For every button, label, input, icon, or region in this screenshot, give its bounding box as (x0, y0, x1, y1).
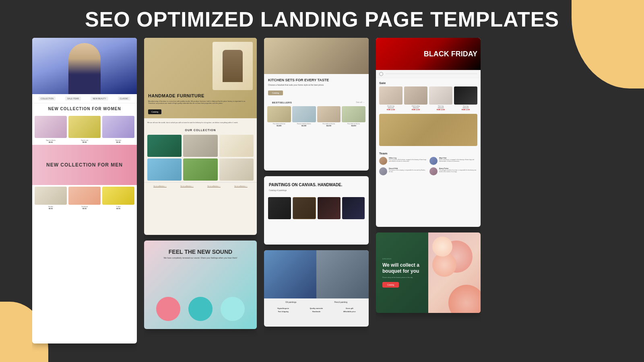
music-title: FEEL THE NEW SOUND (151, 249, 250, 255)
fashion-nav-collection[interactable]: COLLECTION (39, 97, 56, 101)
furniture-collection-grid (144, 133, 257, 182)
kitchen-catalog-btn[interactable]: Catalog (268, 90, 283, 95)
kitchen-product-2-price: $4,000 (292, 125, 316, 127)
kitchen-product-1-image (267, 106, 291, 122)
kitchen-product-3-price: $4,000 (317, 125, 341, 127)
kitchen-bestsellers-title: BESTSELLERS (268, 99, 296, 105)
fashion-nav-beauty[interactable]: NEW BEAUTY (91, 97, 108, 101)
kitchen-hero (264, 38, 369, 74)
fashion-product-1-price: $8.85 (35, 141, 67, 143)
fashion-nav-classic[interactable]: CLASSIC (118, 97, 130, 101)
fashion-product-3-price: $6.99 (102, 141, 134, 143)
music-template-card[interactable]: FEEL THE NEW SOUND We have completely re… (144, 241, 257, 329)
kitchen-title: KITCHEN SETS FOR EVERY TASTE (268, 78, 365, 82)
bf-avatar-1 (379, 157, 387, 165)
fashion-product-6-image (102, 187, 134, 205)
flower-label: GREENS (382, 258, 427, 260)
bf-team: Viktor Loy The co-founder of the boutiqu… (376, 157, 481, 179)
bf-product-1: Shoulder bag RUB 5,500 RUB 3,100 (379, 86, 402, 111)
landscape-oil-painting-image (264, 250, 316, 298)
bf-member-info-1: Viktor Loy The co-founder of the boutiqu… (389, 157, 427, 162)
blackfriday-template-card[interactable]: BLACK FRIDAY Sale Shoulder bag RUB 5,500… (376, 38, 481, 227)
fashion-product-2: Sports set $9.99 (68, 116, 101, 143)
bf-member-info-2: Akpé Kati Senior seamstress, is engaged … (439, 157, 477, 162)
flower-circle-3 (432, 237, 452, 257)
bf-team-member-1: Viktor Loy The co-founder of the boutiqu… (379, 157, 427, 165)
kitchen-products: Price deals not this low $4,000 Premium … (264, 106, 369, 130)
column-1-fashion: COLLECTION SALE ITEMS NEW BEAUTY CLASSIC… (32, 38, 137, 356)
landscape-feature-4: Fast shipping (267, 311, 299, 313)
art-painting-2 (293, 197, 316, 219)
bf-store-image (379, 114, 477, 146)
fashion-section1-title: NEW COLLECTION FOR WOMEN (32, 103, 137, 114)
bf-sale-title: Sale (376, 78, 481, 86)
landscape-feature-6: Affordable price (334, 311, 365, 313)
furniture-link-1[interactable]: Go to collection → (153, 185, 167, 187)
furniture-link-4[interactable]: Go to collection → (234, 185, 248, 187)
bf-product-3: Fabric bag RUB 5,500 RUB 3,100 (429, 86, 452, 111)
furniture-footer: Go to collection → Go to collection → Go… (144, 182, 257, 189)
landscape-feature-3: Green gift (334, 307, 365, 309)
flower-desc: Flower shop at the lowest prices in the … (382, 276, 427, 279)
landscape-label-2: Pencil painting (334, 301, 347, 303)
fashion-product-2-price: $9.99 (68, 141, 101, 143)
kitchen-product-4-price: $4,000 (342, 125, 365, 127)
art-paintings (264, 197, 369, 219)
fashion-nav: COLLECTION SALE ITEMS NEW BEAUTY CLASSIC (32, 94, 137, 103)
furniture-title: HANDMADE FURNITURE (148, 93, 253, 99)
bf-product-2-new-price: RUB 3,100 (404, 109, 427, 111)
bf-avatar-4 (429, 167, 438, 175)
art-painting-1 (268, 197, 291, 219)
flower-template-card[interactable]: GREENS We will collect a bouquet for you… (376, 232, 481, 313)
furniture-template-card[interactable]: HANDMADE FURNITURE Manufacturing of furn… (144, 38, 257, 235)
art-painting-3 (318, 197, 341, 219)
landscape-grid (264, 250, 369, 298)
landscape-features: Hypoallergenic Quality materials Green g… (267, 307, 365, 313)
column-3-kitchen-art: KITCHEN SETS FOR EVERY TASTE Choose a he… (264, 38, 369, 356)
landscape-feature-5: Handmade (300, 311, 332, 313)
bf-hero-text: BLACK FRIDAY (424, 50, 477, 58)
fashion-product-1: Sports shorts $8.85 (35, 116, 67, 143)
music-circle-pink (156, 297, 180, 321)
bf-product-2: Khaki handbag RUB 5,500 RUB 3,100 (404, 86, 427, 111)
bf-product-3-new-price: RUB 3,100 (429, 109, 452, 111)
bf-member-3-role: The director of the company, is responsi… (389, 169, 427, 173)
bf-team-member-2: Akpé Kati Senior seamstress, is engaged … (429, 157, 477, 165)
bf-team-member-3: Sinerd Hildr The director of the company… (379, 167, 427, 175)
kitchen-product-4: Price deals not this low $4,000 (342, 106, 365, 127)
furniture-item-lamp (147, 158, 182, 181)
fashion-product-5-price: $9.95 (68, 208, 101, 210)
music-circles (156, 297, 245, 321)
furniture-catalog-btn[interactable]: Catalog (148, 109, 161, 114)
fashion-product-6-price: $4.95 (102, 208, 134, 210)
landscape-template-card[interactable]: Oil paintings Pencil painting Hypoallerg… (264, 250, 369, 327)
fashion-product-4-image (35, 187, 67, 205)
flower-catalog-btn[interactable]: Catalog (382, 282, 399, 288)
bf-team-title: Team (376, 149, 481, 157)
fashion-product-4: Nudist $8.95 (35, 187, 67, 210)
landscape-feature-2: Quality materials (300, 307, 332, 309)
furniture-item-chair (183, 135, 217, 157)
furniture-item-plant (183, 158, 217, 181)
landscape-pencil-painting-image (316, 250, 369, 298)
furniture-link-2[interactable]: Go to collection → (180, 185, 194, 187)
fashion-product-3: Sweater $6.99 (102, 116, 134, 143)
music-desc: We have completely renewed our sound. Sh… (151, 257, 250, 259)
templates-grid: COLLECTION SALE ITEMS NEW BEAUTY CLASSIC… (0, 38, 644, 356)
bf-member-1-role: The co-founder of the boutique, engaged … (389, 159, 427, 162)
furniture-chair-image (213, 42, 253, 90)
fashion-products-row2: Nudist $8.95 Tracksuit $9.95 T-shirt $4.… (32, 185, 137, 212)
music-content: FEEL THE NEW SOUND We have completely re… (144, 241, 257, 267)
furniture-link-3[interactable]: Go to collection → (207, 185, 221, 187)
flower-content: GREENS We will collect a bouquet for you… (376, 232, 433, 313)
page-header: SEO OPTIMIZED LANDING PAGE TEMPLATES (0, 0, 644, 38)
fashion-nav-sale[interactable]: SALE ITEMS (65, 97, 81, 101)
furniture-body-text: We are all over the world, due to which … (144, 118, 257, 127)
art-template-card[interactable]: PAINTINGS ON CANVAS. HANDMADE. Catalog o… (264, 176, 369, 245)
kitchen-template-card[interactable]: KITCHEN SETS FOR EVERY TASTE Choose a he… (264, 38, 369, 171)
fashion-template-card[interactable]: COLLECTION SALE ITEMS NEW BEAUTY CLASSIC… (32, 38, 137, 343)
kitchen-product-3: Price deals not this low $4,000 (317, 106, 341, 127)
kitchen-product-3-image (317, 106, 341, 122)
page-title: SEO OPTIMIZED LANDING PAGE TEMPLATES (0, 7, 644, 31)
kitchen-see-all[interactable]: See all → (356, 101, 365, 103)
